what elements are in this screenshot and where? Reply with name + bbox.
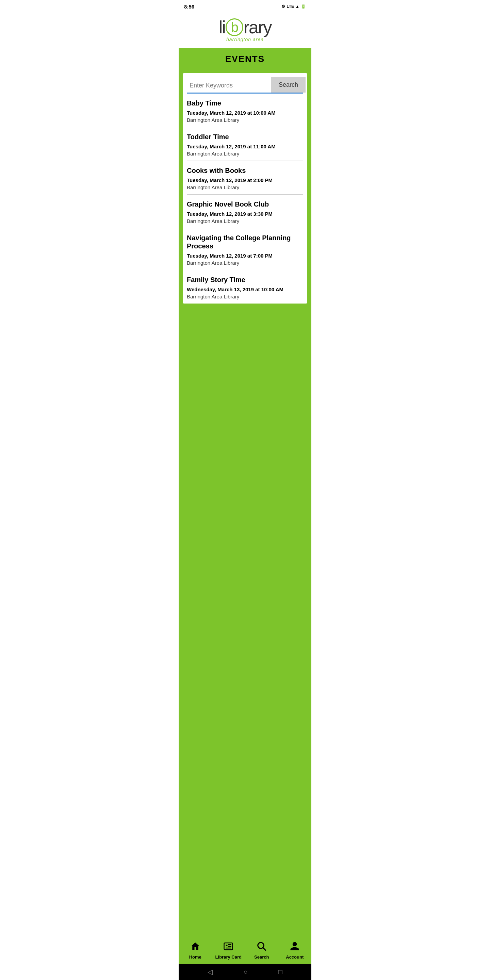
logo-lib: li xyxy=(219,18,225,36)
event-location: Barrington Area Library xyxy=(187,185,303,190)
event-title: Baby Time xyxy=(187,99,303,107)
recents-button[interactable]: □ xyxy=(278,968,282,976)
status-bar: 8:56 ⚙ LTE ▲ 🔋 xyxy=(179,0,311,12)
nav-home[interactable]: Home xyxy=(179,941,212,959)
event-datetime: Tuesday, March 12, 2019 at 2:00 PM xyxy=(187,177,303,183)
event-location: Barrington Area Library xyxy=(187,151,303,156)
nav-home-label: Home xyxy=(189,955,202,959)
nav-search-label: Search xyxy=(254,955,269,959)
event-item[interactable]: Navigating the College Planning Process … xyxy=(187,228,303,270)
library-card-icon xyxy=(223,941,234,953)
logo-rary: rary xyxy=(243,18,272,36)
svg-point-5 xyxy=(258,943,264,949)
home-icon xyxy=(190,941,200,953)
event-datetime: Wednesday, March 13, 2019 at 10:00 AM xyxy=(187,286,303,292)
bottom-nav: Home Library Card Search xyxy=(179,937,311,964)
home-button[interactable]: ○ xyxy=(243,968,247,976)
account-icon xyxy=(290,941,300,953)
search-nav-icon xyxy=(256,941,267,953)
event-datetime: Tuesday, March 12, 2019 at 3:30 PM xyxy=(187,211,303,217)
header: li b rary barrington area xyxy=(179,12,311,48)
event-location: Barrington Area Library xyxy=(187,117,303,123)
svg-point-1 xyxy=(226,945,228,946)
events-title: EVENTS xyxy=(179,54,311,64)
lte-label: LTE xyxy=(286,4,294,9)
event-title: Cooks with Books xyxy=(187,166,303,175)
battery-icon: 🔋 xyxy=(301,4,306,9)
status-time: 8:56 xyxy=(184,4,194,10)
event-datetime: Tuesday, March 12, 2019 at 11:00 AM xyxy=(187,143,303,150)
event-item[interactable]: Graphic Novel Book Club Tuesday, March 1… xyxy=(187,195,303,228)
event-item[interactable]: Cooks with Books Tuesday, March 12, 2019… xyxy=(187,161,303,195)
logo-b: b xyxy=(226,18,243,36)
settings-icon: ⚙ xyxy=(282,4,285,9)
back-button[interactable]: ◁ xyxy=(208,968,213,976)
nav-library-card-label: Library Card xyxy=(215,955,242,959)
search-input[interactable] xyxy=(187,77,271,92)
search-bar: Search xyxy=(187,77,303,94)
signal-icon: ▲ xyxy=(295,4,299,9)
nav-search[interactable]: Search xyxy=(245,941,278,959)
svg-line-6 xyxy=(263,948,266,950)
nav-account[interactable]: Account xyxy=(278,941,312,959)
status-icons: ⚙ LTE ▲ 🔋 xyxy=(282,4,306,9)
event-title: Navigating the College Planning Process xyxy=(187,234,303,250)
events-banner: EVENTS xyxy=(179,48,311,69)
event-location: Barrington Area Library xyxy=(187,218,303,224)
event-location: Barrington Area Library xyxy=(187,294,303,299)
event-datetime: Tuesday, March 12, 2019 at 7:00 PM xyxy=(187,253,303,259)
content-area: Search Baby Time Tuesday, March 12, 2019… xyxy=(179,69,311,937)
android-nav-bar: ◁ ○ □ xyxy=(179,964,311,980)
search-button[interactable]: Search xyxy=(271,77,305,92)
logo: li b rary barrington area xyxy=(219,18,272,42)
event-item[interactable]: Toddler Time Tuesday, March 12, 2019 at … xyxy=(187,127,303,161)
nav-account-label: Account xyxy=(286,955,304,959)
event-location: Barrington Area Library xyxy=(187,260,303,266)
nav-library-card[interactable]: Library Card xyxy=(212,941,245,959)
logo-subtitle: barrington area xyxy=(219,37,272,42)
events-card: Search Baby Time Tuesday, March 12, 2019… xyxy=(183,73,307,304)
logo-text: li b rary xyxy=(219,18,272,36)
event-item[interactable]: Baby Time Tuesday, March 12, 2019 at 10:… xyxy=(187,94,303,127)
event-title: Graphic Novel Book Club xyxy=(187,200,303,208)
event-title: Family Story Time xyxy=(187,275,303,284)
event-datetime: Tuesday, March 12, 2019 at 10:00 AM xyxy=(187,110,303,116)
event-title: Toddler Time xyxy=(187,133,303,141)
event-list: Baby Time Tuesday, March 12, 2019 at 10:… xyxy=(183,94,307,304)
event-item[interactable]: Family Story Time Wednesday, March 13, 2… xyxy=(187,270,303,304)
